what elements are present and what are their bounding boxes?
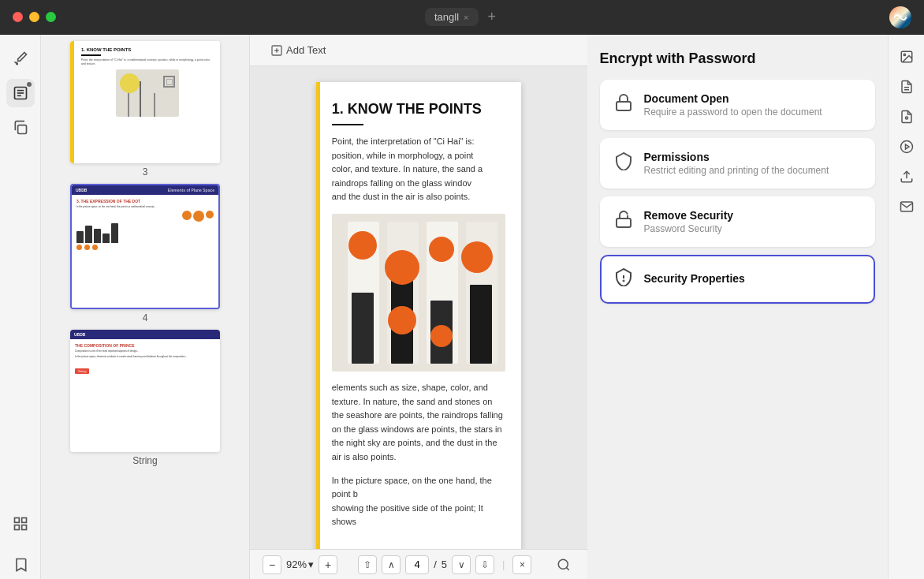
sidebar-icon-brush[interactable] [6,44,35,73]
right-icon-pdf[interactable] [894,74,919,99]
tab-close-button[interactable]: × [464,13,468,22]
option-remove-security[interactable]: Remove Security Password Security [600,196,876,247]
zoom-chevron: ▾ [308,558,314,570]
svg-rect-26 [617,102,631,110]
svg-point-23 [461,241,493,273]
svg-point-36 [900,141,912,153]
option-title-document-open: Document Open [644,92,822,105]
main-content: Add Text 1. KNOW THE POINTS Point, the i… [250,35,587,579]
svg-rect-27 [617,219,631,227]
right-icon-document[interactable] [894,104,919,129]
option-security-properties[interactable]: Security Properties [600,255,876,304]
right-icon-upload[interactable] [894,164,919,189]
thumb-group-4: UBDBElements of Plane Space 3. THE EXPRE… [47,184,243,323]
zoom-out-button[interactable]: − [263,555,281,574]
add-text-icon [270,44,283,57]
zoom-controls: − 92% ▾ + [263,555,337,574]
content-toolbar: Add Text [250,35,587,66]
svg-rect-15 [352,293,374,364]
titlebar: tangll × + [0,0,924,35]
maximize-button[interactable] [46,12,56,22]
sidebar-icon-copy[interactable] [6,114,35,142]
option-permissions[interactable]: Permissions Restrict editing and printin… [600,138,876,189]
tab-tangll[interactable]: tangll × [425,8,479,26]
sidebar-icon-grid[interactable] [6,510,35,538]
current-page-input[interactable] [405,555,429,574]
page-separator: / [434,558,437,570]
page-yellow-bar [316,82,320,549]
svg-rect-8 [21,525,26,530]
thumb-number-3: 3 [143,166,148,177]
thumb-img-5: UBDB THE COMPOSITION OF PRINCE Compositi… [70,330,220,452]
encrypt-title: Encrypt with Password [600,50,876,67]
search-icon [557,558,571,572]
total-pages: 5 [442,558,447,570]
traffic-lights [13,12,56,22]
option-title-remove-security: Remove Security [644,209,734,222]
new-tab-button[interactable]: + [485,9,500,25]
option-desc-remove-security: Password Security [644,223,734,234]
svg-point-32 [904,54,905,55]
right-layout: Encrypt with Password Document Open Requ… [587,35,925,579]
sidebar-icon-document[interactable] [6,79,35,107]
remove-security-icon [614,210,633,233]
page-nav: ⇧ ∧ / 5 ∨ ⇩ | × [358,555,531,574]
right-icon-mail[interactable] [894,194,919,219]
option-title-permissions: Permissions [644,151,829,163]
page-heading: 1. KNOW THE POINTS [332,101,505,118]
svg-point-30 [623,281,624,282]
page-text-1: Point, the interpretation of "Ci Hai" is… [332,135,505,204]
thumb-number-4: 4 [143,312,148,323]
close-button[interactable] [13,12,23,22]
svg-rect-6 [21,518,26,523]
svg-rect-5 [14,518,19,523]
thumbnail-panel: 1. KNOW THE POINTS Point, the interpreta… [41,35,250,579]
last-page-button[interactable]: ⇩ [475,555,494,574]
search-button[interactable] [553,554,575,576]
svg-point-25 [558,559,568,569]
zoom-in-button[interactable]: + [319,555,337,574]
zoom-value: 92% ▾ [286,558,314,570]
option-desc-document-open: Require a password to open the document [644,106,822,118]
thumb-group-3: 1. KNOW THE POINTS Point, the interpreta… [47,41,243,177]
pdf-page: 1. KNOW THE POINTS Point, the interpreta… [316,82,521,549]
minimize-button[interactable] [29,12,39,22]
app-body: 1. KNOW THE POINTS Point, the interpreta… [0,35,924,579]
page-heading-underline [332,124,363,125]
add-text-button[interactable]: Add Text [263,41,333,60]
add-text-label: Add Text [286,44,326,56]
option-text-remove-security: Remove Security Password Security [644,209,734,234]
tab-label: tangll [434,11,459,23]
right-icons [888,35,924,579]
svg-point-19 [348,231,377,260]
first-page-button[interactable]: ⇧ [358,555,377,574]
zoom-percentage: 92% [286,558,307,570]
page-text-2: elements such as size, shape, color, and… [332,381,505,465]
tab-bar: tangll × + [425,8,499,26]
right-icon-image[interactable] [894,44,919,69]
next-page-button[interactable]: ∨ [452,555,471,574]
right-icon-play[interactable] [894,134,919,159]
prev-page-button[interactable]: ∧ [382,555,401,574]
thumb-page-5[interactable]: UBDB THE COMPOSITION OF PRINCE Compositi… [70,330,220,452]
svg-rect-4 [17,125,26,134]
permissions-icon [614,151,633,175]
close-nav-button[interactable]: × [512,555,531,574]
page-text-3: In the picture space, on the one hand, t… [332,474,505,529]
security-properties-icon [614,267,633,291]
app-logo [889,6,911,28]
svg-point-22 [388,306,416,334]
option-document-open[interactable]: Document Open Require a password to open… [600,80,876,130]
page-view: 1. KNOW THE POINTS Point, the interpreta… [250,66,587,549]
page-artwork [332,214,505,372]
titlebar-right [889,6,911,28]
sidebar-icon-bookmark[interactable] [6,551,35,579]
thumb-page-3[interactable]: 1. KNOW THE POINTS Point, the interpreta… [70,41,220,163]
svg-point-35 [905,117,907,119]
thumb-page-4[interactable]: UBDBElements of Plane Space 3. THE EXPRE… [70,184,220,309]
svg-point-24 [430,325,453,347]
option-text-document-open: Document Open Require a password to open… [644,92,822,118]
sidebar [0,35,41,579]
thumb-img-3: 1. KNOW THE POINTS Point, the interpreta… [70,41,220,163]
document-open-icon [614,93,633,117]
